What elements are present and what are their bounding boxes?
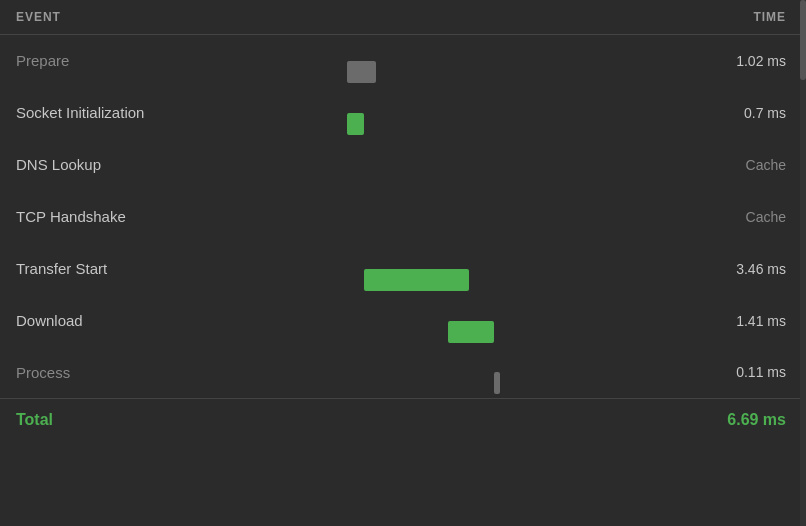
event-name-dns-lookup: DNS Lookup — [0, 139, 200, 191]
table-row: Transfer Start3.46 ms — [0, 243, 806, 295]
total-bar-cell — [200, 399, 686, 442]
scrollbar-thumb[interactable] — [800, 0, 806, 80]
bar-download — [448, 321, 494, 343]
time-value-process: 0.11 ms — [686, 347, 806, 399]
event-name-process: Process — [0, 347, 200, 399]
table-row: DNS LookupCache — [0, 139, 806, 191]
total-value: 6.69 ms — [686, 399, 806, 442]
table-row: Socket Initialization0.7 ms — [0, 87, 806, 139]
time-value-dns-lookup: Cache — [686, 139, 806, 191]
bar-prepare — [347, 61, 376, 83]
time-value-socket-init: 0.7 ms — [686, 87, 806, 139]
event-name-tcp-handshake: TCP Handshake — [0, 191, 200, 243]
bar-cell-download — [200, 295, 686, 347]
total-label: Total — [0, 399, 200, 442]
bar-cell-dns-lookup — [200, 139, 686, 191]
time-value-download: 1.41 ms — [686, 295, 806, 347]
table-row: Download1.41 ms — [0, 295, 806, 347]
bar-cell-prepare — [200, 35, 686, 87]
bar-cell-tcp-handshake — [200, 191, 686, 243]
total-row: Total 6.69 ms — [0, 399, 806, 442]
col-header-time: TIME — [686, 0, 806, 35]
col-header-bar — [200, 0, 686, 35]
bar-cell-process — [200, 347, 686, 399]
table-row: Prepare1.02 ms — [0, 35, 806, 87]
event-name-prepare: Prepare — [0, 35, 200, 87]
bar-process — [494, 372, 500, 394]
bar-transfer-start — [364, 269, 469, 291]
bar-cell-socket-init — [200, 87, 686, 139]
table-row: TCP HandshakeCache — [0, 191, 806, 243]
timing-table: EVENT TIME Prepare1.02 msSocket Initiali… — [0, 0, 806, 441]
bar-cell-transfer-start — [200, 243, 686, 295]
time-value-transfer-start: 3.46 ms — [686, 243, 806, 295]
event-name-download: Download — [0, 295, 200, 347]
scrollbar[interactable] — [800, 0, 806, 526]
event-name-transfer-start: Transfer Start — [0, 243, 200, 295]
table-row: Process0.11 ms — [0, 347, 806, 399]
col-header-event: EVENT — [0, 0, 200, 35]
event-name-socket-init: Socket Initialization — [0, 87, 200, 139]
timing-panel: EVENT TIME Prepare1.02 msSocket Initiali… — [0, 0, 806, 526]
time-value-prepare: 1.02 ms — [686, 35, 806, 87]
time-value-tcp-handshake: Cache — [686, 191, 806, 243]
bar-socket-init — [347, 113, 364, 135]
